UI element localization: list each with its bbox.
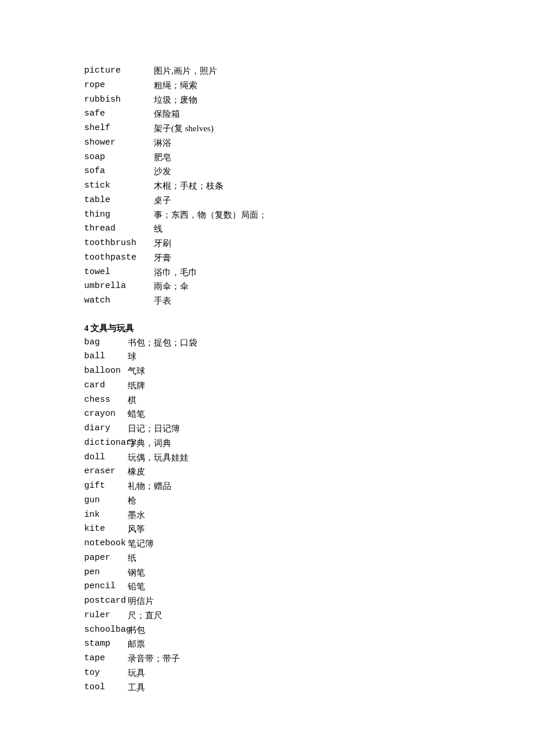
vocab-definition: 纸牌 <box>128 379 145 393</box>
section-heading-4: 4 文具与玩具 <box>84 321 450 336</box>
vocab-definition: 字典，词典 <box>128 436 171 451</box>
vocab-definition: 牙膏 <box>154 251 171 265</box>
vocab-definition: 牙刷 <box>154 236 171 251</box>
vocab-entry: thread线 <box>84 222 450 236</box>
vocab-term: soap <box>84 150 154 165</box>
vocab-definition: 雨伞；伞 <box>154 279 189 294</box>
vocab-definition: 礼物；赠品 <box>128 479 171 494</box>
vocab-term: thing <box>84 208 154 222</box>
vocab-term: picture <box>84 64 154 78</box>
vocab-definition: 橡皮 <box>128 465 145 479</box>
vocab-definition: 书包；提包；口袋 <box>128 336 197 350</box>
vocab-term: notebook <box>84 537 128 551</box>
vocab-definition: 事；东西，物（复数）局面； <box>154 208 267 222</box>
vocab-term: stamp <box>84 637 128 651</box>
vocab-term: eraser <box>84 465 128 479</box>
vocab-term: safe <box>84 107 154 121</box>
vocab-entry: shelf架子(复 shelves) <box>84 121 450 136</box>
vocab-term: thread <box>84 222 154 236</box>
vocab-entry: toothbrush牙刷 <box>84 236 450 251</box>
vocab-entry: schoolbag书包 <box>84 623 450 638</box>
vocab-term: towel <box>84 265 154 280</box>
vocab-term: ball <box>84 350 128 364</box>
vocab-term: stick <box>84 179 154 193</box>
vocab-definition: 气球 <box>128 364 145 379</box>
vocab-term: toothpaste <box>84 251 154 265</box>
vocab-entry: sofa沙发 <box>84 164 450 179</box>
vocab-term: toy <box>84 666 128 681</box>
vocab-term: kite <box>84 522 128 537</box>
vocab-term: pencil <box>84 579 128 594</box>
vocab-entry: soap肥皂 <box>84 150 450 165</box>
vocab-entry: kite风筝 <box>84 522 450 537</box>
vocab-entry: shower淋浴 <box>84 136 450 150</box>
vocab-definition: 书包 <box>128 623 145 638</box>
vocab-entry: dictionary字典，词典 <box>84 436 450 451</box>
vocab-definition: 球 <box>128 350 136 364</box>
vocab-term: shower <box>84 136 154 150</box>
vocab-definition: 手表 <box>154 294 171 308</box>
vocab-definition: 蜡笔 <box>128 407 145 422</box>
vocab-term: toothbrush <box>84 236 154 251</box>
vocab-entry: tool工具 <box>84 681 450 695</box>
vocab-term: umbrella <box>84 279 154 294</box>
vocab-entry: picture图片,画片，照片 <box>84 64 450 78</box>
vocab-entry: stick木棍；手杖；枝条 <box>84 179 450 193</box>
vocab-definition: 玩具 <box>128 666 145 681</box>
vocab-entry: towel浴巾，毛巾 <box>84 265 450 280</box>
vocab-term: dictionary <box>84 436 128 451</box>
vocab-definition: 枪 <box>128 494 136 508</box>
vocab-definition: 尺；直尺 <box>128 609 163 623</box>
vocab-term: tool <box>84 681 128 695</box>
vocab-term: watch <box>84 294 154 308</box>
vocab-entry: rope粗绳；绳索 <box>84 78 450 93</box>
vocab-definition: 棋 <box>128 393 136 408</box>
vocab-term: doll <box>84 451 128 465</box>
vocab-entry: toothpaste牙膏 <box>84 251 450 265</box>
vocab-term: postcard <box>84 594 128 609</box>
vocab-entry: gun枪 <box>84 494 450 508</box>
vocab-definition: 明信片 <box>128 594 154 609</box>
vocab-term: rope <box>84 78 154 93</box>
vocab-term: pen <box>84 566 128 580</box>
vocab-term: sofa <box>84 164 154 179</box>
vocab-term: gift <box>84 479 128 494</box>
vocab-entry: rubbish垃圾；废物 <box>84 93 450 107</box>
vocab-definition: 肥皂 <box>154 150 171 165</box>
vocab-term: rubbish <box>84 93 154 107</box>
vocab-definition: 沙发 <box>154 164 171 179</box>
vocab-definition: 线 <box>154 222 163 236</box>
vocab-definition: 玩偶，玩具娃娃 <box>128 451 189 465</box>
vocab-definition: 录音带；带子 <box>128 651 180 666</box>
vocab-entry: chess棋 <box>84 393 450 408</box>
vocab-definition: 垃圾；废物 <box>154 93 197 107</box>
vocab-term: balloon <box>84 364 128 379</box>
vocab-definition: 笔记簿 <box>128 537 154 551</box>
vocab-term: table <box>84 193 154 208</box>
vocab-definition: 日记；日记簿 <box>128 422 180 436</box>
vocab-term: ruler <box>84 609 128 623</box>
vocab-entry: umbrella雨伞；伞 <box>84 279 450 294</box>
vocab-definition: 浴巾，毛巾 <box>154 265 197 280</box>
vocab-entry: doll玩偶，玩具娃娃 <box>84 451 450 465</box>
vocab-entry: diary日记；日记簿 <box>84 422 450 436</box>
vocab-entry: pen钢笔 <box>84 566 450 580</box>
vocab-term: card <box>84 379 128 393</box>
vocab-term: paper <box>84 551 128 566</box>
vocabulary-section-1: picture图片,画片，照片rope粗绳；绳索rubbish垃圾；废物safe… <box>84 64 450 308</box>
vocab-entry: gift礼物；赠品 <box>84 479 450 494</box>
vocab-entry: paper纸 <box>84 551 450 566</box>
vocab-definition: 保险箱 <box>154 107 180 121</box>
vocab-entry: balloon气球 <box>84 364 450 379</box>
vocab-term: tape <box>84 651 128 666</box>
vocab-entry: card纸牌 <box>84 379 450 393</box>
vocab-entry: tape录音带；带子 <box>84 651 450 666</box>
vocab-entry: bag书包；提包；口袋 <box>84 336 450 350</box>
vocab-entry: table桌子 <box>84 193 450 208</box>
vocab-term: shelf <box>84 121 154 136</box>
vocab-entry: thing事；东西，物（复数）局面； <box>84 208 450 222</box>
vocab-definition: 风筝 <box>128 522 145 537</box>
vocab-term: chess <box>84 393 128 408</box>
vocab-entry: eraser橡皮 <box>84 465 450 479</box>
vocab-definition: 纸 <box>128 551 136 566</box>
